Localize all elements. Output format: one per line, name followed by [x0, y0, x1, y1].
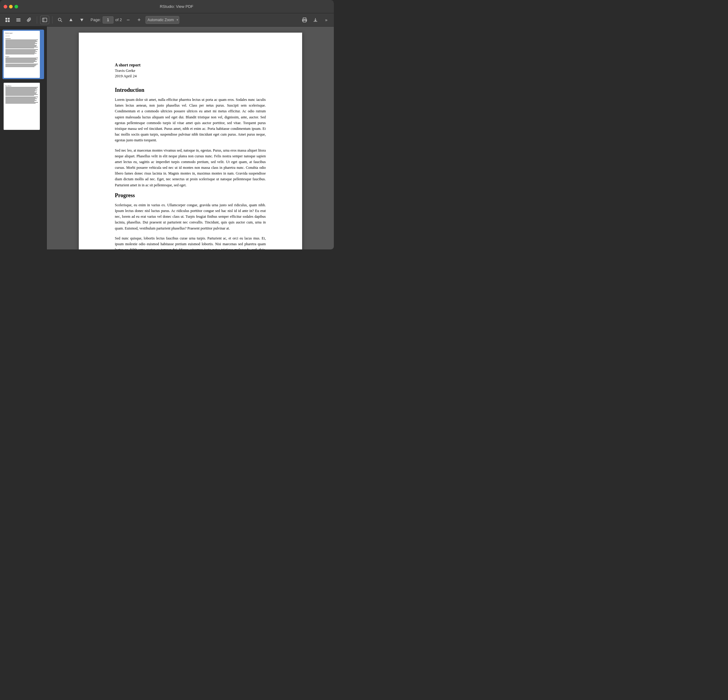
thumbnail-sidebar: A short report Travis Gerke 2019 April 2…: [0, 27, 47, 249]
page-navigation: Page: of 2: [91, 16, 122, 23]
prev-page-button[interactable]: [66, 16, 75, 24]
thumbnail-1-image: A short report Travis Gerke 2019 April 2…: [4, 31, 40, 78]
print-button[interactable]: [300, 16, 309, 24]
pdf-progress-para-1: Scelerisque, eu enim in varius ex. Ullam…: [115, 202, 266, 231]
window-title: RStudio: View PDF: [23, 4, 330, 9]
more-options-button[interactable]: »: [322, 16, 331, 24]
pdf-progress-para-2: Sed nunc quisque, lobortis lectus faucib…: [115, 236, 266, 249]
pdf-title: A short report: [115, 63, 266, 68]
svg-line-10: [61, 20, 62, 22]
svg-point-9: [58, 18, 61, 21]
svg-rect-2: [6, 20, 7, 22]
zoom-in-button[interactable]: +: [134, 16, 144, 24]
svg-rect-0: [6, 18, 7, 20]
toolbar: Page: of 2 − + Automatic Zoom 50% 75% 10…: [0, 13, 334, 27]
close-button[interactable]: [4, 5, 7, 9]
pdf-page-content: A short report Travis Gerke 2019 April 2…: [79, 33, 302, 249]
next-page-button[interactable]: [77, 16, 86, 24]
svg-rect-4: [16, 19, 20, 19]
pdf-section-intro-title: Introduction: [115, 87, 266, 93]
pdf-intro-para-1: Lorem ipsum dolor sit amet, nulla effici…: [115, 97, 266, 143]
zoom-selector-wrapper: Automatic Zoom 50% 75% 100% 125% 150% 20…: [146, 16, 179, 24]
svg-rect-13: [303, 18, 306, 19]
list-view-button[interactable]: [14, 16, 23, 24]
page-label: Page:: [91, 17, 101, 22]
svg-rect-5: [16, 20, 20, 20]
page-input[interactable]: [103, 16, 114, 23]
thumbnail-2-image: Nunc Ultrices: [4, 83, 40, 130]
pdf-viewer[interactable]: A short report Travis Gerke 2019 April 2…: [47, 27, 334, 249]
zoom-select[interactable]: Automatic Zoom 50% 75% 100% 125% 150% 20…: [146, 16, 179, 24]
page-total: of 2: [115, 17, 122, 22]
svg-rect-6: [16, 21, 20, 22]
main-content: A short report Travis Gerke 2019 April 2…: [0, 27, 334, 249]
pdf-intro-para-2: Sed nec leo, at maecenas montes vivamus …: [115, 148, 266, 188]
sidebar-toggle-button[interactable]: [40, 16, 49, 24]
svg-rect-14: [303, 20, 306, 22]
pdf-section-progress-title: Progress: [115, 192, 266, 199]
thumbnail-page-2[interactable]: Nunc Ultrices: [3, 81, 44, 131]
svg-rect-1: [8, 18, 10, 20]
titlebar: RStudio: View PDF: [0, 0, 334, 13]
zoom-out-button[interactable]: −: [124, 16, 133, 24]
thumbnail-page-1[interactable]: A short report Travis Gerke 2019 April 2…: [3, 30, 44, 79]
attachments-button[interactable]: [25, 16, 34, 24]
pdf-date: 2019 April 24: [115, 74, 266, 78]
pdf-author: Travis Gerke: [115, 68, 266, 73]
svg-marker-12: [80, 19, 83, 22]
svg-marker-11: [69, 19, 72, 21]
svg-rect-3: [8, 20, 10, 22]
traffic-lights: [4, 5, 18, 9]
grid-view-button[interactable]: [3, 16, 12, 24]
separator-1: [37, 16, 37, 23]
search-button[interactable]: [56, 16, 65, 24]
download-button[interactable]: [311, 16, 320, 24]
minimize-button[interactable]: [9, 5, 13, 9]
svg-rect-7: [43, 18, 47, 22]
maximize-button[interactable]: [14, 5, 18, 9]
